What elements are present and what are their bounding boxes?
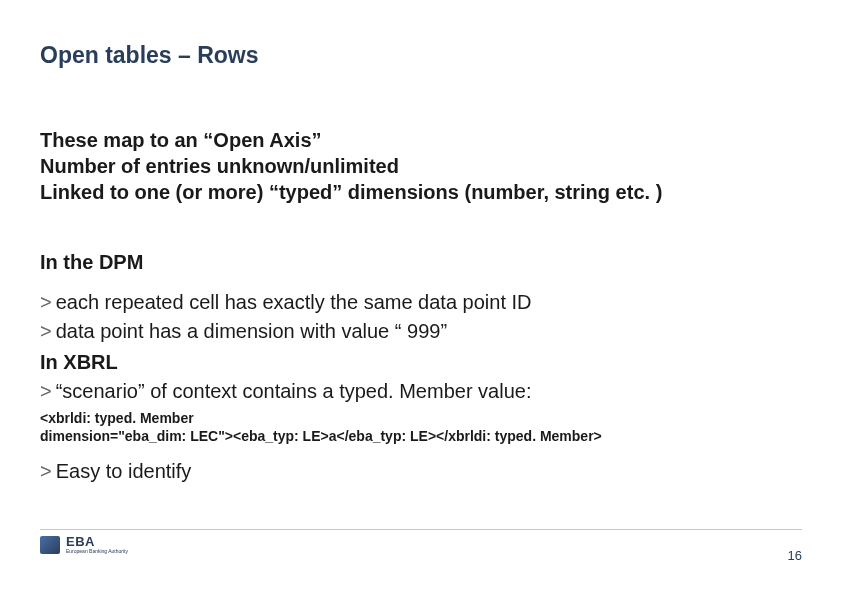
dpm-bullet-2: >data point has a dimension with value “…: [40, 317, 802, 346]
xbrl-code: <xbrldi: typed. Member dimension="eba_di…: [40, 410, 802, 445]
eba-logo-mark-icon: [40, 536, 60, 554]
page-number: 16: [788, 548, 802, 563]
chevron-icon: >: [40, 460, 52, 482]
dpm-heading: In the DPM: [40, 251, 802, 274]
slide-title: Open tables – Rows: [40, 42, 802, 69]
dpm-bullet-1-text: each repeated cell has exactly the same …: [56, 291, 532, 313]
eba-logo-sub: European Banking Authority: [66, 549, 128, 555]
eba-logo-abbr: EBA: [66, 535, 128, 548]
intro-line-3: Linked to one (or more) “typed” dimensio…: [40, 179, 802, 205]
eba-logo-text: EBA European Banking Authority: [66, 535, 128, 555]
xbrl-bullet-2-text: Easy to identify: [56, 460, 192, 482]
chevron-icon: >: [40, 320, 52, 342]
chevron-icon: >: [40, 380, 52, 402]
xbrl-bullet-2: >Easy to identify: [40, 457, 802, 486]
xbrl-bullet-1: >“scenario” of context contains a typed.…: [40, 377, 802, 406]
xbrl-code-line-1: <xbrldi: typed. Member: [40, 410, 802, 428]
footer: EBA European Banking Authority 16: [40, 529, 802, 563]
footer-divider: [40, 529, 802, 530]
chevron-icon: >: [40, 291, 52, 313]
xbrl-heading: In XBRL: [40, 348, 802, 377]
dpm-bullet-1: >each repeated cell has exactly the same…: [40, 288, 802, 317]
xbrl-code-line-2: dimension="eba_dim: LEC"><eba_typ: LE>a<…: [40, 428, 802, 446]
xbrl-bullet-1-text: “scenario” of context contains a typed. …: [56, 380, 532, 402]
intro-block: These map to an “Open Axis” Number of en…: [40, 127, 802, 205]
intro-line-1: These map to an “Open Axis”: [40, 127, 802, 153]
dpm-bullet-2-text: data point has a dimension with value “ …: [56, 320, 447, 342]
eba-logo: EBA European Banking Authority: [40, 535, 128, 555]
intro-line-2: Number of entries unknown/unlimited: [40, 153, 802, 179]
slide: Open tables – Rows These map to an “Open…: [0, 0, 842, 595]
